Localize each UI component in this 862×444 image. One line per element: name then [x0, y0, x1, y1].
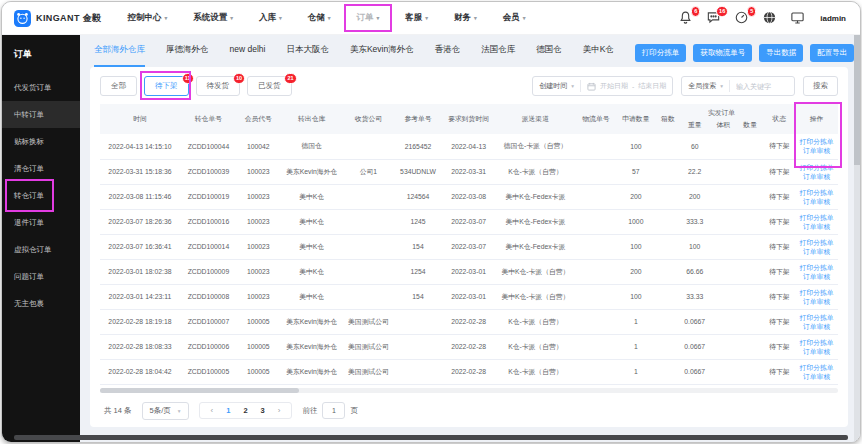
search-scope-select[interactable]: 全局搜索 ▾: [682, 77, 729, 95]
sidebar-item-transit-orders[interactable]: 中转订单: [2, 101, 80, 128]
bell-icon[interactable]: 6: [678, 10, 694, 26]
tab-hongkong[interactable]: 香港仓: [435, 44, 461, 65]
nav-item-customer-service[interactable]: 客服▾: [405, 12, 428, 24]
order-review-link[interactable]: 订单审核: [797, 146, 836, 155]
export-config-button[interactable]: 配置导出: [810, 44, 854, 62]
sidebar-item-unclaimed-packages[interactable]: 无主包裹: [2, 290, 80, 317]
vertical-scrollbar-thumb[interactable]: [854, 35, 860, 165]
print-pick-link[interactable]: 打印分拣单: [797, 238, 836, 247]
order-review-link[interactable]: 订单审核: [797, 197, 836, 206]
order-review-link[interactable]: 订单审核: [797, 247, 836, 256]
username[interactable]: iadmin: [820, 14, 846, 26]
tab-all-overseas[interactable]: 全部海外仓库: [94, 44, 145, 67]
sidebar-item-dropship-orders[interactable]: 代发货订单: [2, 74, 80, 101]
cell-company: [344, 259, 394, 284]
print-pick-link[interactable]: 打印分拣单: [797, 288, 836, 297]
time-field-select[interactable]: 创建时间 ▾: [533, 77, 580, 95]
monitor-icon[interactable]: [790, 10, 806, 26]
tab-france[interactable]: 法国仓库: [481, 44, 515, 65]
gauge-icon[interactable]: 5: [734, 10, 750, 26]
page-size-select[interactable]: 5条/页 ▾: [142, 402, 189, 420]
goto-suffix: 页: [350, 406, 358, 416]
tab-us-east-kevin[interactable]: 美东Kevin海外仓: [350, 44, 414, 65]
search-button[interactable]: 搜索: [803, 76, 838, 96]
export-data-button[interactable]: 导出数据: [759, 44, 803, 62]
chip-badge: 21: [284, 73, 296, 84]
cell-operation: 打印分拣单订单审核: [795, 334, 838, 359]
cell-volume: [710, 284, 737, 309]
sidebar-item-transfer-orders[interactable]: 转仓订单: [2, 182, 80, 209]
print-pick-link[interactable]: 打印分拣单: [797, 137, 836, 146]
cell-weight: 333.3: [680, 209, 710, 234]
next-page-button[interactable]: ›: [278, 406, 281, 415]
print-picking-list-button[interactable]: 打印分拣单: [635, 44, 687, 62]
cell-company: 美国测试公司: [344, 359, 394, 384]
sidebar-item-relabel[interactable]: 贴标换标: [2, 128, 80, 155]
nav-item-member[interactable]: 会员▾: [503, 12, 526, 24]
cell-status: 待下架: [764, 359, 796, 384]
nav-item-inbound[interactable]: 入库▾: [259, 12, 282, 24]
col-header-volume: 体积: [710, 119, 737, 134]
sidebar-item-problem-orders[interactable]: 问题订单: [2, 263, 80, 290]
tab-japan-osaka[interactable]: 日本大阪仓: [286, 44, 329, 65]
order-review-link[interactable]: 订单审核: [797, 172, 836, 181]
tab-germany[interactable]: 德国仓: [536, 44, 562, 65]
page-number-1[interactable]: 1: [226, 406, 230, 415]
print-pick-link[interactable]: 打印分拣单: [797, 213, 836, 222]
order-review-link[interactable]: 订单审核: [797, 297, 836, 306]
tab-new-delhi[interactable]: new delhi: [230, 44, 266, 63]
sidebar-item-clearance-orders[interactable]: 清仓订单: [2, 155, 80, 182]
nav-item-orders[interactable]: 订单▾: [344, 4, 393, 32]
cell-qty: 1: [616, 334, 657, 359]
col-header-weight: 重量: [680, 119, 710, 134]
cell-count: [737, 184, 764, 209]
chip-shipped[interactable]: 已发货21: [247, 76, 292, 96]
sidebar-item-return-orders[interactable]: 退件订单: [2, 209, 80, 236]
goto-page-input[interactable]: [322, 402, 345, 419]
print-pick-link[interactable]: 打印分拣单: [797, 363, 836, 372]
nav-item-system-settings[interactable]: 系统设置▾: [193, 12, 233, 24]
cell-operation: 打印分拣单订单审核: [795, 259, 838, 284]
cell-weight: 33.33: [680, 284, 710, 309]
print-pick-link[interactable]: 打印分拣单: [797, 188, 836, 197]
cell-required-time: 2022-02-28: [443, 309, 495, 334]
print-pick-link[interactable]: 打印分拣单: [797, 163, 836, 172]
chip-to-ship[interactable]: 待发货10: [196, 76, 241, 96]
print-pick-link[interactable]: 打印分拣单: [797, 263, 836, 272]
chevron-down-icon: ▾: [328, 15, 331, 21]
get-tracking-number-button[interactable]: 获取物流单号: [693, 44, 752, 62]
keyword-input[interactable]: [736, 83, 788, 90]
vertical-scrollbar[interactable]: [854, 35, 860, 443]
tab-houde[interactable]: 厚德海外仓: [166, 44, 209, 65]
horizontal-scrollbar-thumb[interactable]: [100, 388, 299, 393]
order-review-link[interactable]: 订单审核: [797, 372, 836, 381]
page-number-2[interactable]: 2: [243, 406, 247, 415]
nav-item-finance[interactable]: 财务▾: [454, 12, 477, 24]
nav-item-warehouse[interactable]: 仓储▾: [308, 12, 331, 24]
cell-member: 100005: [237, 334, 280, 359]
print-pick-link[interactable]: 打印分拣单: [797, 313, 836, 322]
cell-time: 2022-03-31 15:18:36: [100, 159, 180, 184]
prev-page-button[interactable]: ‹: [211, 406, 214, 415]
globe-icon[interactable]: [762, 10, 778, 26]
cell-order-no: ZCDD100009: [180, 259, 237, 284]
tab-us-mid-k[interactable]: 美中K仓: [583, 44, 614, 65]
nav-item-control-center[interactable]: 控制中心▾: [128, 12, 168, 24]
cell-tracking: [576, 334, 615, 359]
sidebar-item-virtual-warehouse-orders[interactable]: 虚拟仓订单: [2, 236, 80, 263]
print-pick-link[interactable]: 打印分拣单: [797, 338, 836, 347]
cell-weight: 100: [680, 234, 710, 259]
page-number-3[interactable]: 3: [261, 406, 265, 415]
horizontal-scrollbar[interactable]: [100, 388, 838, 393]
chip-to-unshelve[interactable]: 待下架11: [144, 76, 189, 96]
order-review-link[interactable]: 订单审核: [797, 322, 836, 331]
order-review-link[interactable]: 订单审核: [797, 347, 836, 356]
cell-status: 待下架: [764, 184, 796, 209]
chip-all[interactable]: 全部: [100, 76, 137, 96]
message-icon[interactable]: 16: [706, 10, 722, 26]
order-review-link[interactable]: 订单审核: [797, 222, 836, 231]
date-range-input[interactable]: 开始日期 - 结束日期: [581, 77, 672, 95]
cell-qty: 1: [616, 359, 657, 384]
brand-logo[interactable]: KINGANT 金毅: [14, 10, 102, 27]
order-review-link[interactable]: 订单审核: [797, 272, 836, 281]
